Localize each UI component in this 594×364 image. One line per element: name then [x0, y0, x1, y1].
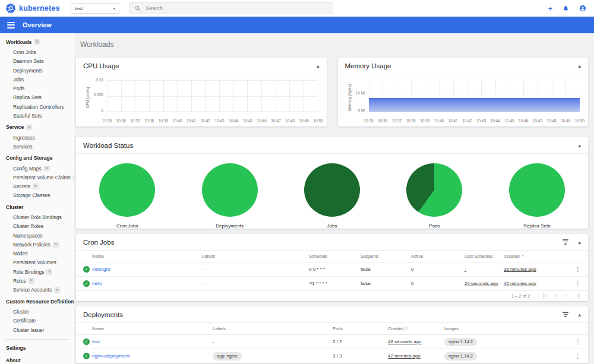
- workload-pie[interactable]: [304, 163, 360, 217]
- column-header[interactable]: Active: [411, 254, 465, 259]
- filter-icon[interactable]: [563, 239, 568, 245]
- table-row[interactable]: test - 2 / 2 48 seconds ago nginx:1.14.2: [76, 335, 588, 349]
- y-tick-label: 0: [76, 108, 103, 112]
- sidebar-item-cluster-role-bindings[interactable]: Cluster Role Bindings: [0, 213, 74, 221]
- y-tick-label: 0.01: [76, 78, 103, 82]
- sidebar-item-role-bindings[interactable]: Role BindingsN: [0, 267, 74, 276]
- column-header-sorted[interactable]: Created: [388, 326, 444, 331]
- sidebar-item-settings[interactable]: Settings: [0, 343, 74, 352]
- sidebar-group-service[interactable]: ServiceN: [0, 123, 74, 132]
- sidebar-item-network-policies[interactable]: Network PoliciesN: [0, 240, 74, 249]
- next-page-icon[interactable]: [566, 293, 568, 299]
- sidebar-item-roles[interactable]: RolesN: [0, 276, 74, 285]
- workload-pie[interactable]: [202, 163, 258, 217]
- column-header[interactable]: Suspend: [361, 254, 411, 259]
- sidebar-group-cluster[interactable]: Cluster: [0, 202, 74, 211]
- first-page-icon[interactable]: [543, 293, 546, 299]
- column-header[interactable]: Schedule: [309, 254, 361, 259]
- cron-jobs-card: Cron Jobs Name Labels Schedule Suspend A…: [76, 234, 588, 301]
- y-tick-label: 10 Mi: [338, 91, 365, 95]
- sidebar-item-service-accounts[interactable]: Service AccountsN: [0, 286, 74, 295]
- namespaced-badge: N: [29, 278, 34, 284]
- resource-link[interactable]: hello: [92, 281, 202, 286]
- column-header[interactable]: Labels: [202, 254, 309, 259]
- sidebar-item-replication-controllers[interactable]: Replication Controllers: [0, 102, 74, 111]
- collapse-caret-icon[interactable]: [578, 63, 581, 69]
- pie-label: Replica Sets: [523, 223, 550, 229]
- sidebar-item-replica-sets[interactable]: Replica Sets: [0, 93, 74, 102]
- sidebar-group-config-and-storage[interactable]: Config and Storage: [0, 154, 74, 163]
- namespaced-badge: N: [53, 242, 59, 248]
- plot-area: [369, 80, 580, 112]
- table-row[interactable]: nginx-deployment app: nginx 3 / 3 42 min…: [76, 349, 588, 363]
- filter-icon[interactable]: [563, 312, 568, 317]
- table-row[interactable]: hello - */1 * * * * false 0 24 seconds a…: [76, 277, 588, 291]
- row-menu-icon[interactable]: [573, 353, 583, 359]
- collapse-caret-icon[interactable]: [578, 312, 581, 318]
- menu-hamburger-icon[interactable]: [7, 22, 15, 29]
- column-header-sorted[interactable]: Created: [504, 254, 572, 259]
- collapse-caret-icon[interactable]: [578, 143, 581, 148]
- sidebar-group-custom-resource-definitions[interactable]: Custom Resource Definitions: [0, 297, 74, 306]
- workload-pie[interactable]: [99, 163, 155, 217]
- row-menu-icon[interactable]: [573, 266, 583, 273]
- collapse-caret-icon[interactable]: [317, 63, 320, 69]
- chevron-down-icon: [113, 6, 115, 11]
- column-header[interactable]: Last Schedule: [465, 254, 504, 259]
- sidebar-item-services[interactable]: Services: [0, 142, 74, 151]
- status-pie-pods: Pods: [383, 154, 485, 229]
- sidebar-item-cron-jobs[interactable]: Cron Jobs: [0, 48, 74, 56]
- column-header[interactable]: Pods: [333, 326, 388, 331]
- account-icon[interactable]: [579, 5, 586, 12]
- sidebar-item-deployments[interactable]: Deployments: [0, 66, 74, 75]
- table-row[interactable]: midnight - 0 0 * * * false 0 - 36 minute…: [76, 262, 588, 277]
- search-bar[interactable]: [129, 2, 333, 14]
- sort-ascending-icon: [406, 326, 408, 331]
- create-resource-icon[interactable]: +: [548, 5, 552, 12]
- previous-page-icon[interactable]: [555, 293, 557, 299]
- resource-link[interactable]: nginx-deployment: [92, 353, 213, 359]
- sidebar-item-pods[interactable]: Pods: [0, 84, 74, 93]
- row-menu-icon[interactable]: [573, 280, 583, 287]
- pie-label: Cron Jobs: [116, 223, 138, 229]
- image-chip: nginx:1.14.2: [444, 338, 477, 346]
- workload-pie[interactable]: [406, 163, 462, 217]
- pagination-range: 1 – 2 of 2: [511, 293, 530, 299]
- sidebar-item-jobs[interactable]: Jobs: [0, 75, 74, 84]
- resource-link[interactable]: test: [92, 339, 213, 344]
- sidebar-item-config-maps[interactable]: Config MapsN: [0, 164, 74, 173]
- search-input[interactable]: [146, 5, 327, 11]
- last-page-icon[interactable]: [577, 293, 580, 299]
- column-header[interactable]: Name: [92, 326, 213, 331]
- sidebar-item-about[interactable]: About: [0, 356, 74, 364]
- sidebar-group-workloads[interactable]: WorkloadsN: [0, 37, 74, 46]
- row-menu-icon[interactable]: [573, 338, 583, 345]
- label-chip: app: nginx: [213, 352, 242, 360]
- sidebar-item-crd-cluster[interactable]: Cluster: [0, 307, 74, 316]
- sidebar-item-crd-certificate[interactable]: Certificate: [0, 316, 74, 325]
- column-header[interactable]: Name: [92, 254, 202, 259]
- sidebar-item-secrets[interactable]: SecretsN: [0, 182, 74, 191]
- kubernetes-helm-icon: [5, 3, 16, 14]
- sidebar-item-ingresses[interactable]: Ingresses: [0, 133, 74, 142]
- namespace-select[interactable]: test: [71, 3, 119, 14]
- notifications-bell-icon[interactable]: [563, 5, 569, 12]
- sidebar-item-persistent-volume-claims[interactable]: Persistent Volume ClaimsN: [0, 173, 74, 182]
- collapse-caret-icon[interactable]: [578, 239, 581, 245]
- sidebar-item-storage-classes[interactable]: Storage Classes: [0, 191, 74, 200]
- sidebar-item-nodes[interactable]: Nodes: [0, 249, 74, 258]
- sidebar-item-cluster-roles[interactable]: Cluster Roles: [0, 222, 74, 231]
- sidebar-item-daemon-sets[interactable]: Daemon Sets: [0, 57, 74, 66]
- namespaced-badge: N: [54, 287, 60, 293]
- sidebar-item-crd-cluster-issuer[interactable]: Cluster Issuer: [0, 325, 74, 334]
- column-header[interactable]: Labels: [213, 326, 333, 331]
- sidebar-item-namespaces[interactable]: Namespaces: [0, 231, 74, 240]
- page-heading: Overview: [23, 21, 52, 29]
- column-header[interactable]: Images: [444, 326, 572, 331]
- pie-label: Deployments: [216, 223, 244, 229]
- kubernetes-logo[interactable]: kubernetes: [0, 3, 71, 14]
- resource-link[interactable]: midnight: [92, 267, 202, 272]
- sidebar-item-stateful-sets[interactable]: Stateful Sets: [0, 111, 74, 120]
- workload-pie[interactable]: [509, 163, 565, 217]
- sidebar-item-persistent-volumes[interactable]: Persistent Volumes: [0, 258, 74, 267]
